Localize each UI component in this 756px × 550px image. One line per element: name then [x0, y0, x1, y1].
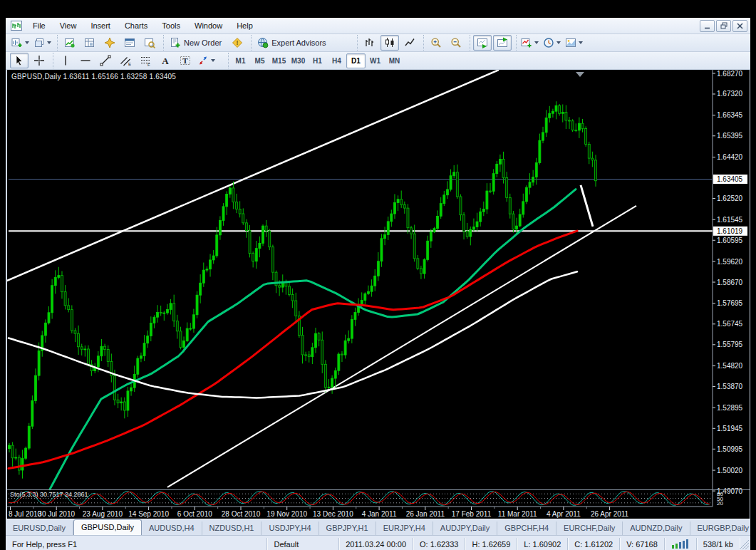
line-studies-toolbar: EFATM1M5M15M30H1H4D1W1MN — [6, 52, 750, 70]
price-tick: 1.52895 — [717, 404, 743, 412]
chart-shift-icon[interactable] — [493, 35, 512, 51]
mt4-window: FileViewInsertChartsToolsWindowHelp New … — [6, 18, 750, 549]
chart-tab-gbpusd-daily[interactable]: GBPUSD,Daily — [73, 519, 142, 535]
market-watch-icon[interactable] — [61, 35, 79, 51]
navigator-icon[interactable] — [100, 35, 119, 51]
auto-scroll-icon[interactable] — [473, 35, 492, 51]
profiles-icon[interactable] — [32, 35, 53, 51]
timeframe-w1[interactable]: W1 — [366, 53, 385, 68]
auto-scroll-icon — [477, 37, 488, 48]
date-tick: 30 Jul 2010 — [38, 510, 75, 518]
chevron-down-icon[interactable] — [211, 59, 215, 62]
timeframe-mn[interactable]: MN — [385, 53, 404, 68]
text-icon[interactable]: A — [156, 53, 175, 68]
status-profile[interactable]: Default — [267, 538, 339, 550]
new-order-button[interactable]: New Order — [167, 35, 227, 51]
toolbar-group — [516, 35, 587, 51]
menu-file[interactable]: File — [26, 19, 53, 32]
zoom-out-icon[interactable] — [447, 35, 465, 51]
timeframe-m15[interactable]: M15 — [269, 53, 289, 68]
chart-tab-eurusd-daily[interactable]: EURUSD,Daily — [6, 522, 73, 535]
candlestick-mode-icon[interactable] — [380, 35, 399, 51]
price-chart[interactable]: 1.682701.673201.663451.653951.644201.625… — [7, 70, 750, 519]
menu-window[interactable]: Window — [187, 19, 229, 32]
menu-insert[interactable]: Insert — [83, 19, 118, 32]
price-tick: 1.66345 — [717, 111, 743, 119]
cursor-icon[interactable] — [10, 53, 29, 68]
chart-tab-audjpy-daily[interactable]: AUDJPY,Daily — [433, 522, 498, 535]
price-tick: 1.54820 — [717, 362, 743, 370]
expert-advisors-button[interactable]: Expert Advisors — [254, 35, 331, 51]
date-tick: 23 Aug 2010 — [83, 510, 123, 518]
bar-chart-mode-icon[interactable] — [361, 35, 379, 51]
expert-advisors-icon — [257, 37, 269, 48]
trendline-icon — [100, 55, 111, 66]
periods-icon[interactable] — [542, 35, 562, 51]
templates-icon[interactable] — [564, 35, 584, 51]
timeframe-m1[interactable]: M1 — [231, 53, 250, 68]
stoch-level-label: 20 — [717, 500, 723, 507]
restore-button[interactable] — [716, 20, 731, 32]
mt4-screen: FileViewInsertChartsToolsWindowHelp New … — [0, 0, 756, 550]
timeframe-m30[interactable]: M30 — [289, 53, 308, 68]
minimize-button[interactable] — [700, 20, 715, 32]
date-tick: 13 Dec 2010 — [313, 510, 353, 518]
chart-tab-audusd-h4[interactable]: AUDUSD,H4 — [142, 522, 202, 535]
chart-tab-eurchf-daily[interactable]: EURCHF,Daily — [556, 522, 623, 535]
timeframe-m5[interactable]: M5 — [250, 53, 269, 68]
chart-tab-gbpchf-h4[interactable]: GBPCHF,H4 — [497, 522, 556, 535]
profiles-icon — [33, 37, 45, 48]
price-tick: 1.55795 — [717, 341, 743, 348]
toolbar-group — [7, 35, 56, 51]
new-chart-icon[interactable] — [10, 35, 31, 51]
chart-tab-gbpjpy-h1[interactable]: GBPJPY,H1 — [319, 522, 376, 535]
chevron-down-icon[interactable] — [579, 41, 583, 44]
resize-grip[interactable] — [740, 539, 749, 549]
fibonacci-retracement-icon[interactable]: F — [136, 53, 155, 68]
chevron-down-icon[interactable] — [47, 41, 51, 44]
data-window-icon[interactable] — [81, 35, 99, 51]
equidistant-channel-icon[interactable]: E — [116, 53, 135, 68]
chart-tab-usdjpy-h4[interactable]: USDJPY,H4 — [262, 522, 319, 535]
indicators-icon[interactable] — [519, 35, 540, 51]
line-chart-mode-icon[interactable] — [400, 35, 419, 51]
menu-items: FileViewInsertChartsToolsWindowHelp — [26, 21, 260, 30]
chart-tab-eurgbp-daily[interactable]: EURGBP,Daily — [690, 522, 756, 535]
menu-tools[interactable]: Tools — [155, 19, 187, 32]
strategy-tester-icon[interactable] — [140, 35, 159, 51]
connection-bars-icon — [665, 538, 697, 550]
timeframe-d1[interactable]: D1 — [346, 53, 366, 68]
metaeditor-icon[interactable]: ! — [228, 35, 247, 51]
date-tick: 28 Oct 2010 — [222, 510, 261, 518]
timeframe-h4[interactable]: H4 — [327, 53, 346, 68]
chevron-down-icon[interactable] — [556, 41, 561, 44]
price-tag-current-price: 1.63405 — [717, 175, 743, 183]
zoom-in-icon[interactable] — [427, 35, 445, 51]
chart-window-system-icon[interactable] — [10, 20, 23, 31]
svg-text:!: ! — [237, 39, 239, 46]
terminal-icon[interactable] — [120, 35, 139, 51]
trendline-icon[interactable] — [96, 53, 115, 68]
price-tick: 1.62520 — [717, 194, 743, 202]
chart-shift-icon — [497, 37, 508, 48]
menu-view[interactable]: View — [53, 19, 84, 32]
menu-help[interactable]: Help — [229, 19, 260, 32]
chevron-down-icon[interactable] — [534, 41, 539, 44]
text-label-icon[interactable]: T — [176, 53, 195, 68]
timeframe-h1[interactable]: H1 — [308, 53, 327, 68]
chart-window[interactable]: GBPUSD,Daily 1.63611 1.65166 1.63258 1.6… — [6, 70, 750, 519]
chart-tab-nzdusd-h1[interactable]: NZDUSD,H1 — [202, 522, 262, 535]
menu-charts[interactable]: Charts — [118, 19, 155, 32]
arrows-icon[interactable] — [196, 53, 217, 68]
horizontal-line-icon[interactable] — [76, 53, 95, 68]
chart-tab-eurjpy-h4[interactable]: EURJPY,H4 — [376, 522, 433, 535]
vertical-line-icon[interactable] — [56, 53, 75, 68]
chart-tab-audnzd-daily[interactable]: AUDNZD,Daily — [623, 522, 690, 535]
equidistant-channel-icon: E — [120, 55, 131, 66]
crosshair-icon[interactable] — [30, 53, 48, 68]
chevron-down-icon[interactable] — [25, 41, 29, 44]
vertical-line-icon — [60, 55, 71, 66]
price-tick: 1.65395 — [717, 132, 743, 140]
date-tick: 8 Jul 2010 — [9, 510, 42, 518]
close-button[interactable] — [732, 20, 747, 32]
